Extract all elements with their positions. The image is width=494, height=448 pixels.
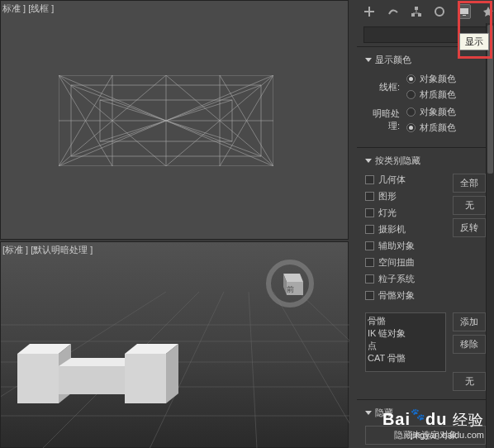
section-header-display-color[interactable]: 显示颜色 xyxy=(365,54,486,66)
radio-icon xyxy=(406,74,416,83)
svg-rect-53 xyxy=(463,15,466,16)
viewcube-gizmo[interactable]: 前 xyxy=(265,259,315,308)
panel-tab-row xyxy=(357,0,494,23)
hierarchy-tab-icon[interactable] xyxy=(411,4,422,19)
check-helpers[interactable]: 辅助对象 xyxy=(365,240,446,252)
viewport-wireframe[interactable]: 标准 ] [线框 ] xyxy=(0,0,349,240)
perspective-grid xyxy=(1,292,349,448)
section-title: 显示颜色 xyxy=(375,54,411,66)
svg-rect-48 xyxy=(418,13,421,17)
chevron-down-icon xyxy=(365,411,372,415)
svg-point-51 xyxy=(435,7,444,16)
check-lights[interactable]: 灯光 xyxy=(365,207,446,219)
svg-rect-46 xyxy=(415,7,418,10)
svg-marker-32 xyxy=(17,354,59,403)
btn-add[interactable]: 添加 xyxy=(453,312,486,331)
svg-rect-35 xyxy=(59,366,125,394)
radio-wireframe-object-color[interactable]: 对象颜色 xyxy=(406,73,456,85)
radio-shaded-material-color[interactable]: 材质颜色 xyxy=(406,122,456,134)
radio-wireframe-material-color[interactable]: 材质颜色 xyxy=(406,88,456,101)
check-space-warps[interactable]: 空间扭曲 xyxy=(365,256,446,269)
command-panel: 显示 显示颜色 线框: 对象颜色 材质颜色 xyxy=(357,0,494,448)
viewport-bottom-label[interactable]: [标准 ] [默认明暗处理 ] xyxy=(2,244,93,256)
checkbox-icon xyxy=(365,274,374,284)
svg-rect-52 xyxy=(460,8,468,14)
watermark: Bai🐾du 经验 jingyan.baidu.com xyxy=(382,407,484,440)
display-tooltip: 显示 xyxy=(459,33,489,50)
check-bone-objects[interactable]: 骨骼对象 xyxy=(365,289,446,302)
viewport-top-label[interactable]: 标准 ] [线框 ] xyxy=(2,2,54,15)
btn-all[interactable]: 全部 xyxy=(453,174,486,193)
check-cameras[interactable]: 摄影机 xyxy=(365,223,446,236)
panel-scrollbar[interactable] xyxy=(486,23,494,448)
chevron-down-icon xyxy=(365,159,372,163)
wireframe-preview xyxy=(59,75,273,166)
btn-invert[interactable]: 反转 xyxy=(453,218,486,237)
radio-icon xyxy=(406,90,416,99)
list-item[interactable]: IK 链对象 xyxy=(368,327,444,340)
checkbox-icon xyxy=(365,225,374,234)
svg-marker-41 xyxy=(283,274,303,282)
radio-icon xyxy=(406,123,416,132)
btn-remove[interactable]: 移除 xyxy=(453,335,486,354)
radio-icon xyxy=(406,107,416,117)
checkbox-icon xyxy=(365,208,374,217)
btn-none[interactable]: 无 xyxy=(453,196,486,215)
paw-icon: 🐾 xyxy=(411,407,425,421)
svg-line-30 xyxy=(273,292,349,448)
viewport-shaded[interactable]: [标准 ] [默认明暗处理 ] xyxy=(0,241,349,448)
svg-marker-39 xyxy=(166,344,178,403)
checkbox-icon xyxy=(365,175,374,184)
shading-label: 明暗处理: xyxy=(365,107,406,132)
motion-tab-icon[interactable] xyxy=(434,4,445,19)
svg-line-31 xyxy=(298,292,349,448)
list-item[interactable]: 点 xyxy=(368,340,444,352)
wireframe-label: 线框: xyxy=(365,81,406,93)
modify-tab-icon[interactable] xyxy=(387,4,398,19)
list-item[interactable]: 骨骼 xyxy=(368,315,444,327)
checkbox-icon xyxy=(365,241,374,250)
section-display-color: 显示颜色 线框: 对象颜色 材质颜色 明暗处理: 对象颜色 xyxy=(357,46,494,147)
section-hide-by-category: 按类别隐藏 几何体 图形 灯光 摄影机 辅助对象 空间扭曲 粒子系统 骨骼对象 … xyxy=(357,147,494,399)
viewcube-face-label: 前 xyxy=(287,285,294,293)
section-title: 按类别隐藏 xyxy=(375,155,420,167)
check-shapes[interactable]: 图形 xyxy=(365,190,446,203)
btn-list-none[interactable]: 无 xyxy=(453,372,486,391)
display-tab-icon[interactable] xyxy=(458,4,471,19)
list-item[interactable]: CAT 骨骼 xyxy=(368,352,444,365)
svg-line-29 xyxy=(249,292,257,448)
checkbox-icon xyxy=(365,291,374,300)
svg-rect-47 xyxy=(411,13,415,17)
chevron-down-icon xyxy=(365,58,372,62)
create-tab-icon[interactable] xyxy=(363,4,375,19)
checkbox-icon xyxy=(365,192,374,201)
check-particle-systems[interactable]: 粒子系统 xyxy=(365,273,446,285)
check-geometry[interactable]: 几何体 xyxy=(365,174,446,186)
svg-marker-37 xyxy=(125,354,166,403)
hide-list-box[interactable]: 骨骼 IK 链对象 点 CAT 骨骼 xyxy=(365,312,446,372)
checkbox-icon xyxy=(365,258,374,267)
viewport-area: 标准 ] [线框 ] xyxy=(0,0,349,448)
utilities-tab-icon[interactable] xyxy=(482,4,494,19)
radio-shaded-object-color[interactable]: 对象颜色 xyxy=(406,106,456,118)
section-header-hide-by-category[interactable]: 按类别隐藏 xyxy=(365,155,486,167)
